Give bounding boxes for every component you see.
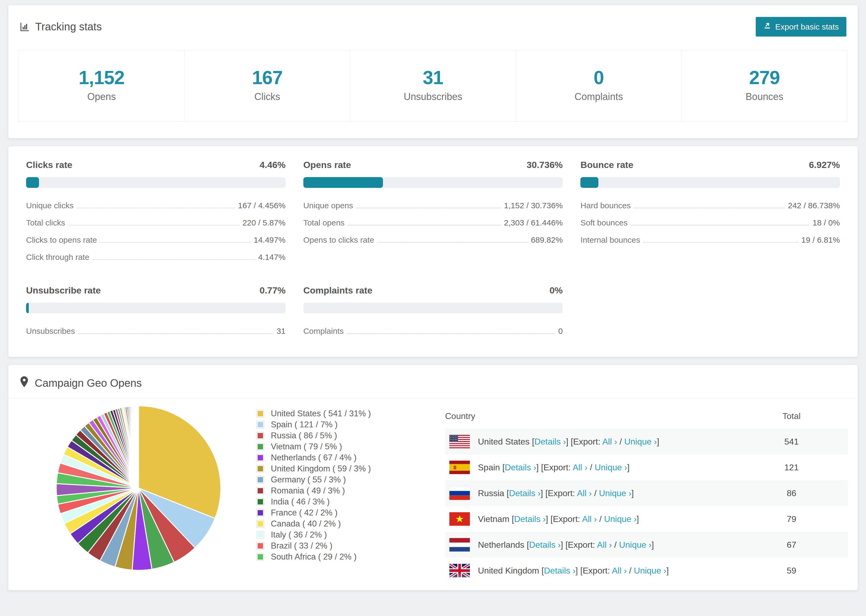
stat-label: Clicks — [187, 91, 347, 102]
legend-label: Canada ( 40 / 2% ) — [271, 519, 341, 529]
legend-label: France ( 42 / 2% ) — [271, 508, 337, 518]
export-unique-link[interactable]: Unique › — [595, 462, 627, 472]
rate-stat-row: Unsubscribes31 — [26, 322, 286, 340]
flag-nl-icon — [449, 538, 470, 552]
rate-stat-row: Total clicks220 / 5.87% — [26, 214, 286, 231]
stat-opens: 1,152Opens — [19, 50, 184, 121]
geo-title: Campaign Geo Opens — [35, 377, 142, 389]
legend-label: Vietnam ( 79 / 5% ) — [271, 442, 342, 451]
export-basic-stats-button[interactable]: Export basic stats — [756, 17, 846, 36]
legend-item: United States ( 541 / 31% ) — [257, 408, 445, 419]
country-name: Netherlands — [478, 540, 524, 550]
legend-label: Brazil ( 33 / 2% ) — [271, 541, 332, 551]
details-link[interactable]: Details › — [529, 540, 561, 550]
tracking-stats-title: Tracking stats — [20, 21, 102, 33]
export-unique-link[interactable]: Unique › — [634, 566, 666, 575]
stat-value: 1,152 — [22, 67, 181, 88]
total-value: 79 — [735, 506, 848, 532]
export-icon — [763, 22, 772, 32]
rate-stat-row: Complaints0 — [303, 322, 563, 340]
legend-label: South Africa ( 29 / 2% ) — [271, 552, 357, 562]
export-all-link[interactable]: All › — [597, 540, 612, 550]
export-all-link[interactable]: All › — [612, 566, 627, 575]
export-unique-link[interactable]: Unique › — [624, 437, 657, 446]
rates-grid: Clicks rate4.46%Unique clicks167 / 4.456… — [26, 160, 840, 340]
export-unique-link[interactable]: Unique › — [619, 540, 652, 550]
country-name-and-links: Vietnam [Details ›] [Export: All › / Uni… — [478, 514, 639, 524]
export-unique-link[interactable]: Unique › — [599, 488, 631, 498]
geo-pie-chart — [20, 401, 257, 574]
legend-item: France ( 42 / 2% ) — [257, 507, 445, 518]
geo-table-wrap: Country Total United States [Details ›] … — [445, 401, 848, 591]
details-link[interactable]: Details › — [509, 488, 540, 498]
rate-stat-row: Unique opens1,152 / 30.736% — [303, 197, 563, 214]
geo-header: Campaign Geo Opens — [8, 365, 858, 398]
details-link[interactable]: Details › — [534, 437, 566, 446]
legend-item: Romania ( 49 / 3% ) — [257, 485, 445, 496]
legend-label: Germany ( 55 / 3% ) — [271, 475, 346, 485]
stats-summary-box: 1,152Opens167Clicks31Unsubscribes0Compla… — [19, 50, 847, 121]
stat-value: 0 — [519, 67, 679, 88]
pie-slice — [138, 406, 139, 488]
table-row-netherlands: Netherlands [Details ›] [Export: All › /… — [445, 532, 848, 558]
geo-table: Country Total United States [Details ›] … — [445, 404, 848, 591]
legend-swatch — [257, 476, 264, 483]
panel-value: 30.736% — [527, 160, 563, 170]
legend-item: South Africa ( 29 / 2% ) — [257, 551, 445, 562]
details-link[interactable]: Details › — [544, 566, 575, 575]
export-all-link[interactable]: All › — [582, 514, 597, 524]
rates-card: Clicks rate4.46%Unique clicks167 / 4.456… — [8, 146, 858, 357]
rate-stat-row: Internal bounces19 / 6.81% — [580, 231, 840, 248]
stat-label: Complaints — [519, 91, 679, 102]
legend-swatch — [257, 432, 264, 439]
stat-label: Unsubscribes — [353, 91, 513, 102]
details-link[interactable]: Details › — [505, 462, 536, 472]
legend-item: Vietnam ( 79 / 5% ) — [257, 441, 445, 452]
tracking-stats-header: Tracking stats Export basic stats — [8, 5, 858, 45]
legend-item: Spain ( 121 / 7% ) — [257, 419, 445, 430]
country-name-and-links: United Kingdom [Details ›] [Export: All … — [478, 566, 669, 576]
page-title: Tracking stats — [35, 21, 102, 33]
rate-stat-row: Click through rate4.147% — [26, 248, 286, 266]
progress-bar — [303, 303, 563, 313]
legend-item: Canada ( 40 / 2% ) — [257, 518, 445, 529]
export-all-link[interactable]: All › — [573, 462, 587, 472]
export-unique-link[interactable]: Unique › — [604, 514, 636, 524]
legend-label: India ( 46 / 3% ) — [271, 497, 330, 507]
flag-us-icon — [449, 435, 470, 448]
legend-item: Russia ( 86 / 5% ) — [257, 430, 445, 441]
rate-stat-row: Opens to clicks rate689.82% — [303, 231, 563, 248]
country-name: United Kingdom — [478, 566, 539, 575]
column-header-total: Total — [735, 404, 848, 429]
table-row-spain: Spain [Details ›] [Export: All › / Uniqu… — [445, 454, 848, 480]
stat-complaints: 0Complaints — [516, 50, 682, 121]
legend-swatch — [257, 443, 264, 450]
panel-value: 0% — [550, 285, 563, 295]
country-name-and-links: United States [Details ›] [Export: All ›… — [478, 437, 659, 447]
rate-stat-row: Hard bounces242 / 86.738% — [580, 197, 840, 214]
country-name: United States — [478, 437, 529, 446]
panel-title: Bounce rate — [580, 160, 633, 170]
legend-label: Romania ( 49 / 3% ) — [271, 486, 345, 496]
rate-panel-clicks-rate: Clicks rate4.46%Unique clicks167 / 4.456… — [26, 160, 286, 266]
panel-value: 6.927% — [809, 160, 840, 170]
legend-item: Italy ( 36 / 2% ) — [257, 529, 445, 540]
table-row-clipped — [445, 583, 848, 591]
flag-de-icon — [449, 590, 470, 591]
export-all-link[interactable]: All › — [602, 437, 617, 446]
legend-swatch — [257, 509, 264, 516]
rate-panel-opens-rate: Opens rate30.736%Unique opens1,152 / 30.… — [303, 160, 563, 266]
panel-title: Clicks rate — [26, 160, 72, 170]
details-link[interactable]: Details › — [514, 514, 546, 524]
rate-stat-row: Soft bounces18 / 0% — [580, 214, 840, 231]
stat-value: 31 — [353, 67, 513, 88]
legend-swatch — [257, 531, 264, 538]
table-row-united-kingdom: United Kingdom [Details ›] [Export: All … — [445, 558, 848, 583]
panel-value: 4.46% — [260, 160, 285, 170]
progress-bar — [580, 177, 840, 188]
stat-label: Bounces — [685, 91, 844, 102]
progress-bar — [26, 177, 286, 188]
total-value: 67 — [735, 532, 848, 558]
export-all-link[interactable]: All › — [577, 488, 592, 498]
rate-stat-row: Total opens2,303 / 61.446% — [303, 214, 563, 231]
